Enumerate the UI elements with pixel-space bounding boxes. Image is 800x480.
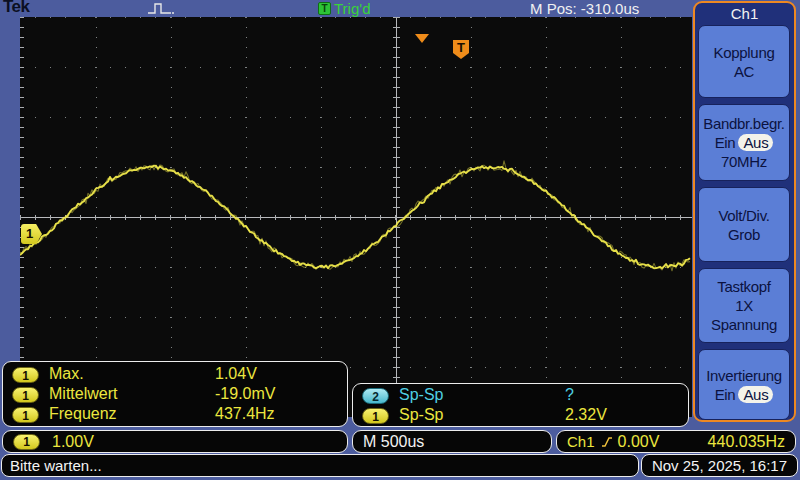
measurement-value: -19.0mV <box>215 385 275 403</box>
toggle-options: EinAus <box>715 385 774 404</box>
measurement-box-secondary: 2Sp-Sp?1Sp-Sp2.32V <box>352 383 689 427</box>
oscilloscope-screen: Tek T Trig'd M Pos: -310.0us T 1 Ch1 Kop… <box>0 0 800 480</box>
menu-button-label: Kopplung <box>714 43 775 62</box>
rising-edge-icon <box>601 435 613 448</box>
datetime-box: Nov 25, 2025, 16:17 <box>641 454 798 477</box>
ch1-badge: 1 <box>12 367 39 383</box>
timebase-readout: M 500us <box>352 430 552 453</box>
menu-button-label: Grob <box>728 225 760 244</box>
measurement-row: 1Sp-Sp2.32V <box>353 406 688 426</box>
menu-button-invertierung[interactable]: InvertierungEinAus <box>698 349 790 420</box>
menu-button-label: Invertierung <box>706 366 782 385</box>
trigger-source: Ch1 <box>567 433 595 450</box>
trigger-frequency: 440.035Hz <box>708 433 785 451</box>
menu-button-tastkopf[interactable]: Tastkopf1XSpannung <box>698 268 790 343</box>
menu-button-volt-div[interactable]: Volt/Div.Grob <box>698 187 790 262</box>
status-message-box: Bitte warten... <box>1 454 639 477</box>
measurement-value: 2.32V <box>565 406 607 424</box>
soft-menu-panel: Ch1 KopplungACBandbr.begr.EinAus70MHzVol… <box>693 1 796 422</box>
measurement-label: Frequenz <box>49 405 117 423</box>
datetime-label: Nov 25, 2025, 16:17 <box>652 457 787 474</box>
measurement-row: 1Mittelwert-19.0mV <box>3 385 347 405</box>
measurement-label: Max. <box>49 365 84 383</box>
ch1-badge: 1 <box>12 407 39 423</box>
menu-button-label: Tastkopf <box>717 277 770 296</box>
soft-menu-title: Ch1 <box>695 5 794 22</box>
horizontal-position-readout: M Pos: -310.0us <box>530 0 639 17</box>
menu-button-label: 70MHz <box>721 152 767 171</box>
measurement-label: Sp-Sp <box>399 406 443 424</box>
ch1-badge: 1 <box>12 387 39 403</box>
measurement-label: Mittelwert <box>49 385 117 403</box>
trigger-status-icon: T <box>318 2 331 15</box>
menu-button-label: Bandbr.begr. <box>703 114 784 133</box>
trigger-level: 0.00V <box>618 433 660 451</box>
measurement-box-primary: 1Max.1.04V1Mittelwert-19.0mV1Frequenz437… <box>2 361 348 427</box>
measurement-row: 2Sp-Sp? <box>353 386 688 406</box>
trigger-readout: Ch1 0.00V 440.035Hz <box>556 430 796 453</box>
measurement-row: 1Max.1.04V <box>3 365 347 385</box>
trigger-position-icon[interactable] <box>415 34 429 43</box>
trigger-status-label: Trig'd <box>334 0 370 17</box>
menu-button-label: Volt/Div. <box>718 206 769 225</box>
ch1-volts-per-div: 1.00V <box>52 433 94 451</box>
measurement-row: 1Frequenz437.4Hz <box>3 405 347 425</box>
toggle-option: Ein <box>715 386 736 403</box>
ch1-waveform-trace <box>20 17 692 417</box>
menu-button-bandbreite[interactable]: Bandbr.begr.EinAus70MHz <box>698 104 790 181</box>
toggle-option-selected: Aus <box>738 386 773 403</box>
ch2-badge: 2 <box>362 388 389 404</box>
ch1-scale-readout: 1 1.00V <box>2 430 348 453</box>
tek-logo: Tek <box>3 0 30 17</box>
menu-button-label: 1X <box>735 296 753 315</box>
toggle-options: EinAus <box>715 133 774 152</box>
menu-button-kopplung[interactable]: KopplungAC <box>698 25 790 98</box>
toggle-option: Ein <box>715 134 736 151</box>
measurement-label: Sp-Sp <box>399 386 443 404</box>
status-message: Bitte warten... <box>10 457 102 474</box>
measurement-value: 1.04V <box>215 365 257 383</box>
ch1-badge: 1 <box>362 408 389 424</box>
acquisition-pulse-icon <box>147 2 177 15</box>
ch1-badge: 1 <box>13 434 40 450</box>
measurement-value: 437.4Hz <box>215 405 275 423</box>
measurement-value: ? <box>565 386 574 404</box>
waveform-display: T 1 <box>20 17 692 417</box>
timebase-value: M 500us <box>363 433 424 451</box>
top-status-bar: Tek T Trig'd M Pos: -310.0us <box>0 0 800 17</box>
menu-button-label: AC <box>734 62 754 81</box>
toggle-option-selected: Aus <box>738 134 773 151</box>
menu-button-label: Spannung <box>711 315 777 334</box>
